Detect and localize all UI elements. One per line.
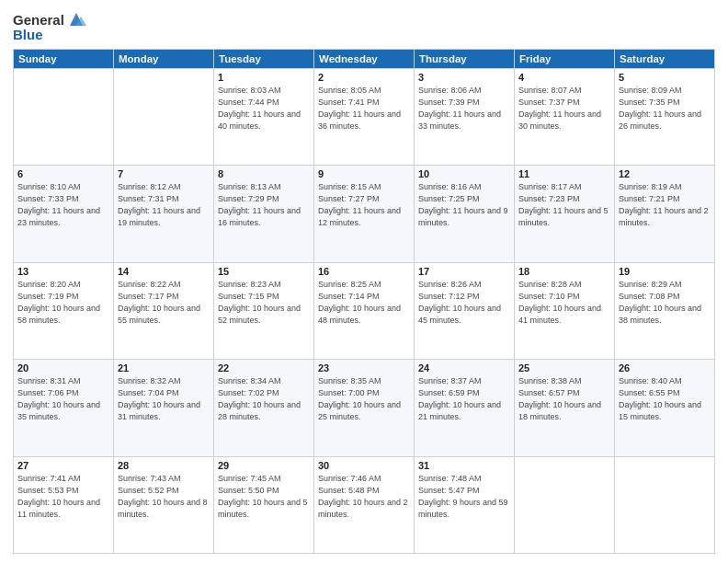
calendar-cell: 9Sunrise: 8:15 AM Sunset: 7:27 PM Daylig… xyxy=(314,166,415,263)
day-info: Sunrise: 8:09 AM Sunset: 7:35 PM Dayligh… xyxy=(619,86,701,131)
calendar-cell: 8Sunrise: 8:13 AM Sunset: 7:29 PM Daylig… xyxy=(214,166,314,263)
day-number: 2 xyxy=(318,72,410,83)
calendar-week-row: 27Sunrise: 7:41 AM Sunset: 5:53 PM Dayli… xyxy=(14,456,715,554)
day-info: Sunrise: 8:35 AM Sunset: 7:00 PM Dayligh… xyxy=(318,376,401,421)
day-info: Sunrise: 8:15 AM Sunset: 7:27 PM Dayligh… xyxy=(318,182,401,227)
calendar-cell: 4Sunrise: 8:07 AM Sunset: 7:37 PM Daylig… xyxy=(515,68,615,166)
calendar-cell: 30Sunrise: 7:46 AM Sunset: 5:48 PM Dayli… xyxy=(314,456,415,554)
calendar-cell: 18Sunrise: 8:28 AM Sunset: 7:10 PM Dayli… xyxy=(515,262,615,360)
calendar-cell: 12Sunrise: 8:19 AM Sunset: 7:21 PM Dayli… xyxy=(615,166,715,263)
day-info: Sunrise: 8:29 AM Sunset: 7:08 PM Dayligh… xyxy=(619,280,701,325)
day-number: 31 xyxy=(418,460,510,471)
day-info: Sunrise: 8:10 AM Sunset: 7:33 PM Dayligh… xyxy=(17,182,100,227)
day-info: Sunrise: 8:31 AM Sunset: 7:06 PM Dayligh… xyxy=(17,376,100,421)
calendar-body: 1Sunrise: 8:03 AM Sunset: 7:44 PM Daylig… xyxy=(14,68,715,554)
calendar-cell: 29Sunrise: 7:45 AM Sunset: 5:50 PM Dayli… xyxy=(214,456,314,554)
calendar-cell: 2Sunrise: 8:05 AM Sunset: 7:41 PM Daylig… xyxy=(314,68,415,166)
logo-text-general: General xyxy=(13,13,64,29)
day-info: Sunrise: 8:06 AM Sunset: 7:39 PM Dayligh… xyxy=(418,86,501,131)
calendar-cell: 11Sunrise: 8:17 AM Sunset: 7:23 PM Dayli… xyxy=(515,166,615,263)
day-info: Sunrise: 8:17 AM Sunset: 7:23 PM Dayligh… xyxy=(518,182,609,227)
day-number: 13 xyxy=(17,266,109,277)
day-number: 6 xyxy=(17,168,109,179)
calendar-cell: 1Sunrise: 8:03 AM Sunset: 7:44 PM Daylig… xyxy=(214,68,314,166)
calendar-cell: 20Sunrise: 8:31 AM Sunset: 7:06 PM Dayli… xyxy=(14,360,114,457)
calendar-cell: 21Sunrise: 8:32 AM Sunset: 7:04 PM Dayli… xyxy=(114,360,214,457)
calendar-cell: 26Sunrise: 8:40 AM Sunset: 6:55 PM Dayli… xyxy=(615,360,715,457)
day-info: Sunrise: 8:20 AM Sunset: 7:19 PM Dayligh… xyxy=(17,280,100,325)
day-number: 25 xyxy=(518,362,610,373)
day-number: 28 xyxy=(118,460,210,471)
logo: General Blue xyxy=(13,11,86,43)
calendar-cell: 3Sunrise: 8:06 AM Sunset: 7:39 PM Daylig… xyxy=(415,68,515,166)
day-number: 21 xyxy=(118,362,210,373)
calendar-week-row: 6Sunrise: 8:10 AM Sunset: 7:33 PM Daylig… xyxy=(14,166,715,263)
day-info: Sunrise: 8:16 AM Sunset: 7:25 PM Dayligh… xyxy=(418,182,508,227)
day-info: Sunrise: 7:43 AM Sunset: 5:52 PM Dayligh… xyxy=(118,474,208,519)
day-number: 12 xyxy=(619,168,711,179)
day-info: Sunrise: 8:25 AM Sunset: 7:14 PM Dayligh… xyxy=(318,280,401,325)
calendar-cell xyxy=(14,68,114,166)
weekday-header-thursday: Thursday xyxy=(415,49,515,68)
calendar-cell: 19Sunrise: 8:29 AM Sunset: 7:08 PM Dayli… xyxy=(615,262,715,360)
day-info: Sunrise: 8:26 AM Sunset: 7:12 PM Dayligh… xyxy=(418,280,501,325)
calendar-week-row: 13Sunrise: 8:20 AM Sunset: 7:19 PM Dayli… xyxy=(14,262,715,360)
day-info: Sunrise: 8:22 AM Sunset: 7:17 PM Dayligh… xyxy=(118,280,200,325)
calendar-cell: 27Sunrise: 7:41 AM Sunset: 5:53 PM Dayli… xyxy=(14,456,114,554)
day-number: 27 xyxy=(17,460,109,471)
logo-text-blue: Blue xyxy=(13,28,43,43)
day-info: Sunrise: 8:32 AM Sunset: 7:04 PM Dayligh… xyxy=(118,376,200,421)
weekday-header-saturday: Saturday xyxy=(615,49,715,68)
day-number: 4 xyxy=(518,72,610,83)
weekday-header-wednesday: Wednesday xyxy=(314,49,415,68)
day-number: 26 xyxy=(619,362,711,373)
day-number: 30 xyxy=(318,460,410,471)
day-info: Sunrise: 8:34 AM Sunset: 7:02 PM Dayligh… xyxy=(218,376,301,421)
day-info: Sunrise: 8:38 AM Sunset: 6:57 PM Dayligh… xyxy=(518,376,601,421)
calendar-cell: 14Sunrise: 8:22 AM Sunset: 7:17 PM Dayli… xyxy=(114,262,214,360)
day-info: Sunrise: 8:12 AM Sunset: 7:31 PM Dayligh… xyxy=(118,182,200,227)
weekday-header-tuesday: Tuesday xyxy=(214,49,314,68)
calendar-cell: 10Sunrise: 8:16 AM Sunset: 7:25 PM Dayli… xyxy=(415,166,515,263)
day-number: 18 xyxy=(518,266,610,277)
day-info: Sunrise: 8:03 AM Sunset: 7:44 PM Dayligh… xyxy=(218,86,301,131)
day-number: 5 xyxy=(619,72,711,83)
weekday-header-row: SundayMondayTuesdayWednesdayThursdayFrid… xyxy=(14,49,715,68)
calendar-cell: 7Sunrise: 8:12 AM Sunset: 7:31 PM Daylig… xyxy=(114,166,214,263)
day-info: Sunrise: 8:37 AM Sunset: 6:59 PM Dayligh… xyxy=(418,376,501,421)
calendar-cell: 28Sunrise: 7:43 AM Sunset: 5:52 PM Dayli… xyxy=(114,456,214,554)
weekday-header-monday: Monday xyxy=(114,49,214,68)
day-number: 15 xyxy=(218,266,310,277)
calendar-header: SundayMondayTuesdayWednesdayThursdayFrid… xyxy=(14,49,715,68)
calendar-cell: 31Sunrise: 7:48 AM Sunset: 5:47 PM Dayli… xyxy=(415,456,515,554)
calendar-cell xyxy=(615,456,715,554)
day-number: 14 xyxy=(118,266,210,277)
calendar-cell: 22Sunrise: 8:34 AM Sunset: 7:02 PM Dayli… xyxy=(214,360,314,457)
calendar-cell: 15Sunrise: 8:23 AM Sunset: 7:15 PM Dayli… xyxy=(214,262,314,360)
calendar-table: SundayMondayTuesdayWednesdayThursdayFrid… xyxy=(13,49,715,555)
day-number: 8 xyxy=(218,168,310,179)
day-number: 1 xyxy=(218,72,310,83)
logo-icon xyxy=(66,9,86,29)
calendar-cell: 24Sunrise: 8:37 AM Sunset: 6:59 PM Dayli… xyxy=(415,360,515,457)
calendar-cell: 13Sunrise: 8:20 AM Sunset: 7:19 PM Dayli… xyxy=(14,262,114,360)
day-number: 16 xyxy=(318,266,410,277)
header: General Blue xyxy=(13,11,715,43)
day-number: 9 xyxy=(318,168,410,179)
day-number: 24 xyxy=(418,362,510,373)
day-number: 10 xyxy=(418,168,510,179)
day-number: 11 xyxy=(518,168,610,179)
day-number: 29 xyxy=(218,460,310,471)
day-number: 20 xyxy=(17,362,109,373)
weekday-header-sunday: Sunday xyxy=(14,49,114,68)
day-info: Sunrise: 7:48 AM Sunset: 5:47 PM Dayligh… xyxy=(418,474,508,519)
day-number: 23 xyxy=(318,362,410,373)
calendar-cell xyxy=(114,68,214,166)
day-info: Sunrise: 8:05 AM Sunset: 7:41 PM Dayligh… xyxy=(318,86,401,131)
day-number: 7 xyxy=(118,168,210,179)
day-info: Sunrise: 7:46 AM Sunset: 5:48 PM Dayligh… xyxy=(318,474,408,519)
calendar-cell: 16Sunrise: 8:25 AM Sunset: 7:14 PM Dayli… xyxy=(314,262,415,360)
calendar-cell: 6Sunrise: 8:10 AM Sunset: 7:33 PM Daylig… xyxy=(14,166,114,263)
day-info: Sunrise: 7:41 AM Sunset: 5:53 PM Dayligh… xyxy=(17,474,100,519)
calendar-week-row: 1Sunrise: 8:03 AM Sunset: 7:44 PM Daylig… xyxy=(14,68,715,166)
